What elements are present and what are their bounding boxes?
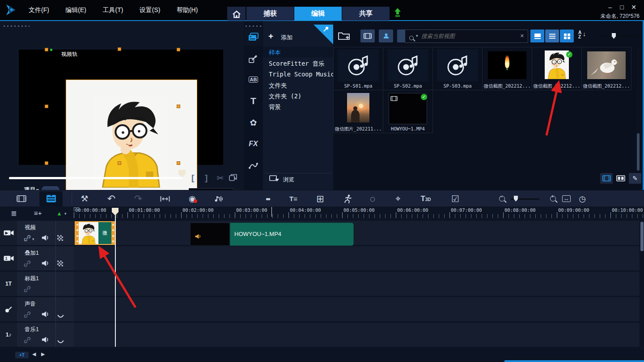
fade-icon[interactable]	[57, 338, 64, 346]
insert-mode-caret-icon[interactable]: ▾	[64, 211, 67, 216]
mark-in-button[interactable]: [	[191, 173, 194, 183]
menu-file[interactable]: 文件(F)	[21, 1, 56, 19]
nav-motion-path-icon[interactable]	[244, 156, 263, 174]
link-icon[interactable]	[24, 311, 31, 320]
tab-home[interactable]	[227, 7, 246, 21]
fade-icon[interactable]	[57, 312, 64, 320]
timeline-clip-video[interactable]: HOWYOU~1.MP4	[230, 223, 354, 246]
nav-graphics-icon[interactable]: ✿	[244, 114, 263, 131]
timeline-scrollbar-thumb[interactable]	[640, 222, 644, 251]
ripple-edit-icon[interactable]	[159, 190, 171, 207]
title-3d-icon[interactable]: T3D	[418, 190, 433, 207]
add-track-icon[interactable]: ≡+	[34, 209, 42, 217]
scroll-left-icon[interactable]: ◀	[32, 351, 36, 357]
insert-mode-icon[interactable]: ▲	[56, 210, 62, 217]
zoom-in-icon[interactable]: +	[547, 190, 558, 207]
link-caret-icon[interactable]: ▾	[32, 237, 34, 241]
browse-icon[interactable]	[269, 175, 280, 184]
selection-handle[interactable]	[45, 48, 48, 51]
track-row-title[interactable]: 1T 标题1	[0, 272, 640, 296]
timeline-ruler[interactable]: 00:00:00:00 00:01:00:00 00:02:00:00 00:0…	[74, 206, 644, 219]
library-item[interactable]: 微信截图_202212...	[483, 47, 532, 90]
mark-out-button[interactable]: ]	[205, 173, 208, 183]
sound-mixer-icon[interactable]	[213, 190, 225, 207]
title-track-icon[interactable]: 1T	[0, 272, 17, 296]
nav-filter-icon[interactable]: FX	[244, 135, 263, 153]
track-row-voice[interactable]: 声音	[0, 297, 640, 321]
mute-icon[interactable]	[42, 337, 49, 345]
snapshot-icon[interactable]	[229, 174, 237, 183]
library-item[interactable]: 微信图片_202211...	[334, 90, 383, 133]
add-title-track-chip[interactable]: +T	[15, 352, 29, 358]
tab-capture[interactable]: 捕获	[246, 7, 294, 21]
search-icon[interactable]	[409, 34, 414, 42]
category-background[interactable]: 背景	[263, 101, 333, 112]
mute-icon[interactable]	[42, 235, 49, 243]
library-item[interactable]: SP-S03.mpa	[433, 47, 482, 90]
smart-mask-icon[interactable]: ☑	[449, 190, 461, 207]
selection-handle[interactable]	[45, 105, 48, 108]
selection-handle[interactable]	[177, 105, 180, 108]
mute-icon[interactable]	[42, 260, 49, 268]
speed-icon[interactable]: ●●	[261, 190, 274, 207]
preview-stage[interactable]	[19, 50, 223, 165]
tab-edit[interactable]: 编辑	[294, 7, 342, 21]
track-row-music[interactable]: 1♪ 音乐1	[0, 323, 640, 347]
dual-view-icon[interactable]	[614, 173, 627, 184]
track-manager-icon[interactable]: ≣	[11, 209, 17, 218]
link-icon[interactable]	[24, 286, 31, 295]
nav-transition-icon[interactable]	[244, 50, 263, 67]
tools-icon[interactable]: ⚒	[79, 190, 90, 207]
library-scrollbar-thumb[interactable]	[637, 133, 640, 171]
menu-settings[interactable]: 设置(S)	[132, 1, 168, 19]
timeline-zoom-thumb[interactable]	[514, 196, 518, 202]
nav-title-icon[interactable]: T	[244, 92, 263, 110]
filter-video-button[interactable]	[360, 29, 375, 42]
menu-edit[interactable]: 编辑(E)	[58, 1, 93, 19]
record-capture-icon[interactable]: ◉	[186, 190, 198, 207]
menu-help[interactable]: 帮助(H)	[169, 1, 205, 19]
zoom-out-icon[interactable]: −	[496, 190, 507, 207]
view-thumb-button[interactable]	[530, 29, 544, 42]
split-clip-icon[interactable]: ✂	[216, 173, 224, 183]
voice-track-icon[interactable]	[0, 297, 17, 321]
minimize-button[interactable]: –	[605, 4, 615, 11]
library-item-selected[interactable]: ✓ HOWYOU~1.MP4	[383, 90, 432, 133]
video-track-icon[interactable]: ▶	[0, 221, 17, 245]
selection-handle[interactable]	[118, 47, 121, 51]
fit-timeline-icon[interactable]: ↔	[561, 190, 572, 207]
scroll-right-icon[interactable]: ▶	[41, 351, 45, 357]
music-track-icon[interactable]: 1♪	[0, 323, 17, 347]
stabilizer-icon[interactable]: ⌖	[392, 190, 404, 207]
undo-icon[interactable]: ↶	[106, 190, 117, 207]
category-triple-scoop[interactable]: Triple Scoop Music	[263, 69, 333, 80]
mute-icon[interactable]	[42, 311, 49, 319]
browse-label[interactable]: 浏览	[283, 176, 294, 184]
search-caret-icon[interactable]: ▾	[416, 34, 418, 38]
add-folder-plus-icon[interactable]: +	[268, 31, 273, 41]
import-folder-icon[interactable]	[338, 31, 350, 42]
link-icon[interactable]	[24, 260, 31, 269]
maximize-button[interactable]: □	[617, 4, 627, 11]
auto-music-icon[interactable]	[238, 190, 250, 207]
selection-handle[interactable]	[177, 161, 180, 165]
motion-tracking-icon[interactable]	[342, 190, 354, 207]
library-item-selected[interactable]: ✓ 微信截图_202212...	[532, 47, 581, 90]
track-row-overlay[interactable]: 1 叠加1	[0, 246, 640, 270]
selection-handle[interactable]	[45, 161, 48, 165]
selection-handle[interactable]	[177, 48, 180, 51]
nav-subtitle-icon[interactable]: AB	[244, 71, 263, 88]
search-clear-icon[interactable]: ✕	[520, 33, 524, 39]
nav-media-icon[interactable]	[244, 28, 263, 46]
category-samples[interactable]: 样本	[263, 47, 333, 58]
close-button[interactable]: ✕	[629, 4, 639, 11]
pin-icon[interactable]	[323, 26, 329, 34]
view-grid-button[interactable]	[560, 29, 574, 42]
transparency-icon[interactable]	[57, 235, 63, 243]
library-item[interactable]: SP-S02.mpa	[383, 47, 432, 90]
preview-scrubber[interactable]	[9, 177, 182, 179]
view-list-button[interactable]	[545, 29, 559, 42]
menu-tools[interactable]: 工具(T)	[95, 1, 130, 19]
timeline-clip-image[interactable]: 微	[75, 221, 115, 245]
timeline-clip-video-head[interactable]	[190, 223, 230, 246]
